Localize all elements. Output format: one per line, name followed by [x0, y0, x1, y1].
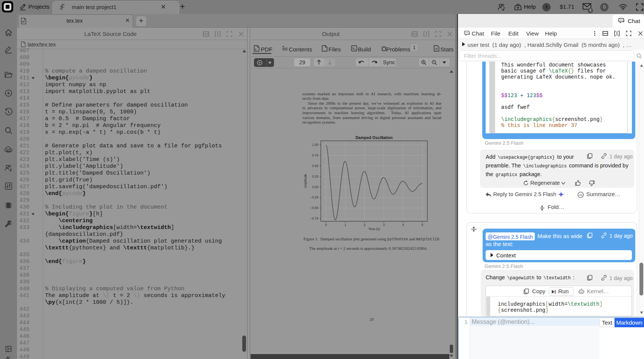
svg-text:0.75: 0.75	[312, 154, 318, 157]
svg-text:A: A	[255, 48, 257, 51]
svg-text:0: 0	[325, 223, 327, 227]
svg-text:Amplitude: Amplitude	[303, 174, 307, 188]
svg-text:1: 1	[344, 223, 346, 227]
svg-text:1.00: 1.00	[312, 143, 318, 147]
svg-text:−0.25: −0.25	[310, 196, 318, 199]
svg-text:AI: AI	[579, 193, 582, 197]
svg-text:−0.75: −0.75	[310, 217, 318, 220]
svg-text:4: 4	[402, 223, 404, 227]
svg-text:5: 5	[421, 223, 423, 227]
svg-text:0.00: 0.00	[312, 186, 318, 189]
svg-text:2: 2	[364, 223, 365, 227]
svg-text:0.25: 0.25	[312, 175, 318, 178]
svg-text:−0.50: −0.50	[310, 206, 318, 210]
svg-text:Time (s): Time (s)	[368, 227, 380, 231]
svg-text:0.50: 0.50	[312, 164, 318, 168]
svg-text:Damped Oscillation: Damped Oscillation	[356, 135, 393, 140]
svg-text:3: 3	[383, 223, 385, 227]
